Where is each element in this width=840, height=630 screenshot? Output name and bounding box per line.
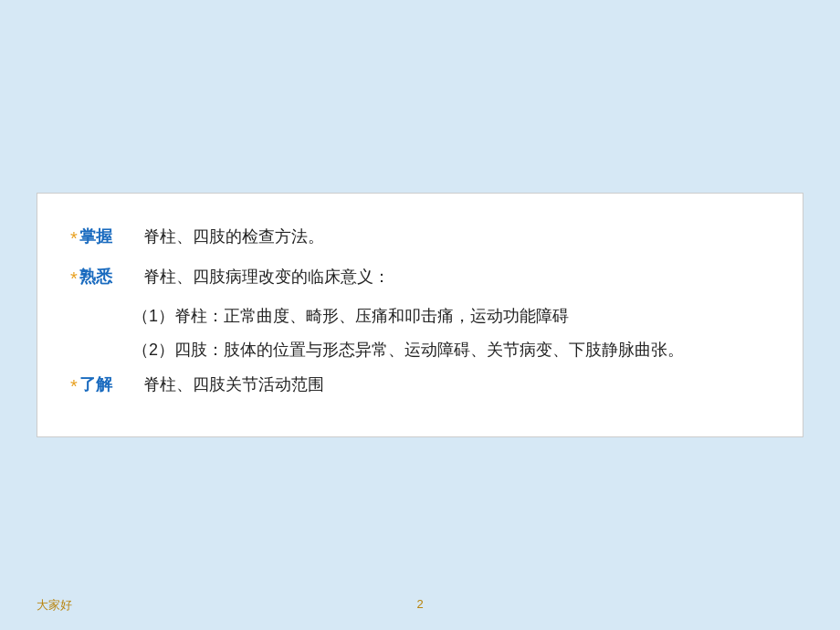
content-block: * 掌握 脊柱、四肢的检查方法。 * 熟悉 脊柱、四肢病理改变的临床意义： （1… (70, 221, 770, 404)
list-item: * 熟悉 脊柱、四肢病理改变的临床意义： (70, 261, 770, 296)
keyword-label: 掌握 (79, 221, 127, 252)
keyword-label: 熟悉 (79, 261, 127, 292)
item-text: 脊柱、四肢病理改变的临床意义： (127, 261, 390, 292)
sub-item-2: （2）四肢：肢体的位置与形态异常、运动障碍、关节病变、下肢静脉曲张。 (132, 335, 770, 365)
star-icon: * (70, 221, 78, 256)
footer-left-text: 大家好 (37, 597, 72, 614)
keyword-label: 了解 (79, 369, 127, 400)
footer: 大家好 2 (0, 597, 840, 614)
footer-page-number: 2 (416, 597, 423, 611)
slide-container: * 掌握 脊柱、四肢的检查方法。 * 熟悉 脊柱、四肢病理改变的临床意义： （1… (37, 193, 803, 438)
item-text: 脊柱、四肢关节活动范围 (127, 369, 324, 400)
list-item: * 掌握 脊柱、四肢的检查方法。 (70, 221, 770, 256)
item-text: 脊柱、四肢的检查方法。 (127, 221, 324, 252)
sub-item-1: （1）脊柱：正常曲度、畸形、压痛和叩击痛，运动功能障碍 (132, 301, 770, 331)
list-item: * 了解 脊柱、四肢关节活动范围 (70, 369, 770, 404)
sub-items: （1）脊柱：正常曲度、畸形、压痛和叩击痛，运动功能障碍 （2）四肢：肢体的位置与… (96, 301, 770, 366)
star-icon: * (70, 369, 78, 404)
star-icon: * (70, 261, 78, 296)
